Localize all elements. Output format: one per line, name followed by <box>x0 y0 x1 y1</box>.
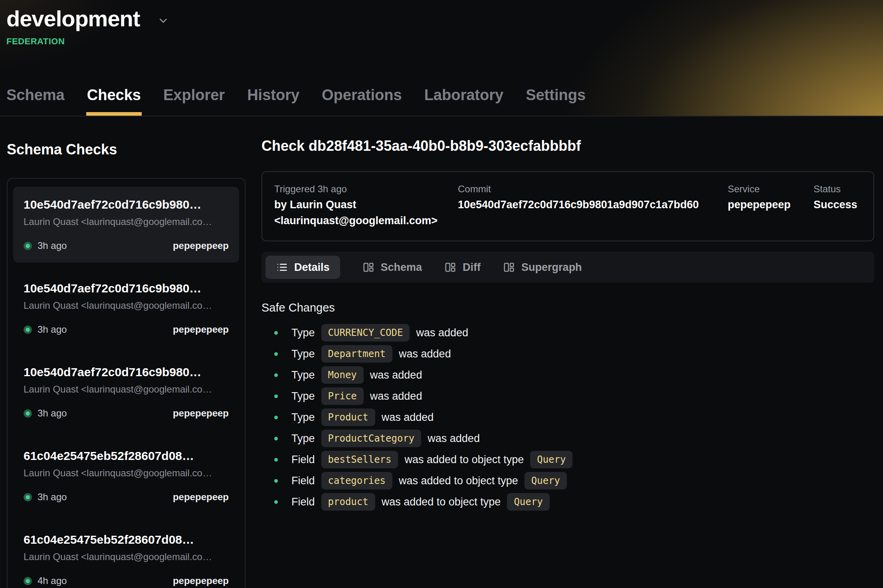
bullet-dot-icon <box>274 331 278 335</box>
change-prefix: Field <box>291 454 315 466</box>
change-suffix: was added to object type <box>404 454 524 466</box>
tab-detail-supergraph[interactable]: Supergraph <box>503 261 582 274</box>
check-detail-title: Check db28f481-35aa-40b0-b8b9-303ecfabbb… <box>261 138 874 154</box>
change-suffix: was added <box>399 348 451 360</box>
meta-service: Service pepepepeep <box>728 182 814 229</box>
status-badge: Success <box>814 197 861 213</box>
tab-details[interactable]: Details <box>265 256 340 279</box>
bullet-dot-icon <box>274 395 278 398</box>
sidebar-title: Schema Checks <box>7 141 245 158</box>
change-code: bestSellers <box>321 451 398 468</box>
check-time: 3h ago <box>38 324 67 335</box>
check-meta: 3h ago pepepepeep <box>24 408 229 419</box>
tab-details-label: Details <box>294 261 330 274</box>
bullet-dot-icon <box>274 373 278 377</box>
change-code: Product <box>321 408 375 426</box>
tab-checks[interactable]: Checks <box>87 87 141 116</box>
bullet-dot-icon <box>274 437 278 440</box>
change-suffix: was added <box>370 369 422 381</box>
change-row: Field bestSellers was added to object ty… <box>261 451 874 468</box>
change-code-target: Query <box>507 493 549 511</box>
bullet-dot-icon <box>274 352 278 356</box>
check-meta: 3h ago pepepepeep <box>24 240 229 251</box>
check-author: Laurin Quast <laurinquast@googlemail.co… <box>24 468 229 479</box>
check-hash: 10e540d7aef72c0d716c9b980… <box>24 282 229 295</box>
status-label: Status <box>814 182 861 197</box>
check-service: pepepepeep <box>173 575 229 586</box>
check-meta-box: Triggered 3h ago by Laurin Quast <laurin… <box>261 171 874 241</box>
change-row: Type Product was added <box>261 408 874 426</box>
check-meta: 3h ago pepepepeep <box>24 491 229 503</box>
change-row: Type Money was added <box>261 366 874 384</box>
triggered-by: by Laurin Quast <box>274 197 458 213</box>
commit-hash: 10e540d7aef72c0d716c9b9801a9d907c1a7bd60 <box>458 197 728 213</box>
success-dot-icon <box>24 577 32 585</box>
list-icon <box>276 261 288 273</box>
bullet-dot-icon <box>274 458 278 462</box>
change-suffix: was added <box>416 327 468 339</box>
main-layout: Schema Checks 10e540d7aef72c0d716c9b980…… <box>0 116 883 587</box>
check-service: pepepepeep <box>173 491 229 503</box>
success-dot-icon <box>24 493 32 501</box>
tab-laboratory[interactable]: Laboratory <box>424 87 503 116</box>
change-prefix: Type <box>291 411 315 424</box>
service-label: Service <box>728 182 814 197</box>
tab-explorer[interactable]: Explorer <box>163 87 225 116</box>
tab-history[interactable]: History <box>247 87 299 116</box>
check-service: pepepepeep <box>173 324 229 335</box>
change-code: Price <box>321 387 364 405</box>
change-row: Type Department was added <box>261 345 874 363</box>
bullet-dot-icon <box>274 500 278 504</box>
tab-detail-diff[interactable]: Diff <box>444 261 481 274</box>
check-author: Laurin Quast <laurinquast@googlemail.co… <box>24 216 229 227</box>
bullet-dot-icon <box>274 479 278 483</box>
check-hash: 10e540d7aef72c0d716c9b980… <box>24 365 229 379</box>
change-code: ProductCategory <box>321 430 422 447</box>
change-row: Field categories was added to object typ… <box>261 472 874 489</box>
checks-sidebar: Schema Checks 10e540d7aef72c0d716c9b980…… <box>7 116 245 587</box>
tab-supergraph-label: Supergraph <box>521 261 582 274</box>
meta-triggered: Triggered 3h ago by Laurin Quast <laurin… <box>274 182 458 229</box>
check-list-item[interactable]: 10e540d7aef72c0d716c9b980… Laurin Quast … <box>13 354 239 430</box>
tab-detail-schema[interactable]: Schema <box>362 261 422 274</box>
change-prefix: Field <box>291 475 315 487</box>
app-header: development FEDERATION Schema Checks Exp… <box>0 0 883 116</box>
check-hash: 10e540d7aef72c0d716c9b980… <box>24 198 229 211</box>
bullet-dot-icon <box>274 416 278 419</box>
workspace-name[interactable]: development <box>6 6 140 32</box>
meta-commit: Commit 10e540d7aef72c0d716c9b9801a9d907c… <box>458 182 728 229</box>
check-list-item[interactable]: 61c04e25475eb52f28607d08… Laurin Quast <… <box>13 438 239 514</box>
service-name: pepepepeep <box>728 197 814 213</box>
check-time: 4h ago <box>38 575 67 586</box>
detail-tabs: Details Schema <box>261 252 874 283</box>
check-time: 3h ago <box>38 240 67 251</box>
check-list-item[interactable]: 10e540d7aef72c0d716c9b980… Laurin Quast … <box>13 270 239 346</box>
workspace-switcher-button[interactable] <box>157 15 169 27</box>
change-prefix: Type <box>291 327 315 339</box>
change-prefix: Type <box>291 432 315 445</box>
tab-schema[interactable]: Schema <box>6 87 65 116</box>
change-row: Type CURRENCY_CODE was added <box>261 324 874 341</box>
change-suffix: was added <box>370 390 422 403</box>
change-row: Type Price was added <box>261 387 874 405</box>
check-list-item[interactable]: 61c04e25475eb52f28607d08… Laurin Quast <… <box>13 522 239 588</box>
tab-schema-label: Schema <box>381 261 422 274</box>
tab-operations[interactable]: Operations <box>322 87 402 116</box>
panels-icon <box>503 261 515 273</box>
change-suffix: was added to object type <box>399 475 518 487</box>
panels-icon <box>444 261 456 273</box>
check-detail-panel: Check db28f481-35aa-40b0-b8b9-303ecfabbb… <box>261 116 874 587</box>
change-suffix: was added to object type <box>382 496 501 508</box>
change-prefix: Field <box>291 496 315 508</box>
check-list-item[interactable]: 10e540d7aef72c0d716c9b980… Laurin Quast … <box>13 187 239 262</box>
change-code-target: Query <box>530 451 572 468</box>
triggered-label: Triggered 3h ago <box>274 182 458 197</box>
changes-list: Type CURRENCY_CODE was added Type Depart… <box>261 324 874 511</box>
tab-settings[interactable]: Settings <box>526 87 586 116</box>
change-prefix: Type <box>291 348 315 360</box>
change-code: CURRENCY_CODE <box>321 324 410 341</box>
change-code: product <box>321 493 375 511</box>
chevron-down-icon <box>157 15 169 27</box>
check-author: Laurin Quast <laurinquast@googlemail.co… <box>24 300 229 311</box>
success-dot-icon <box>24 242 32 250</box>
